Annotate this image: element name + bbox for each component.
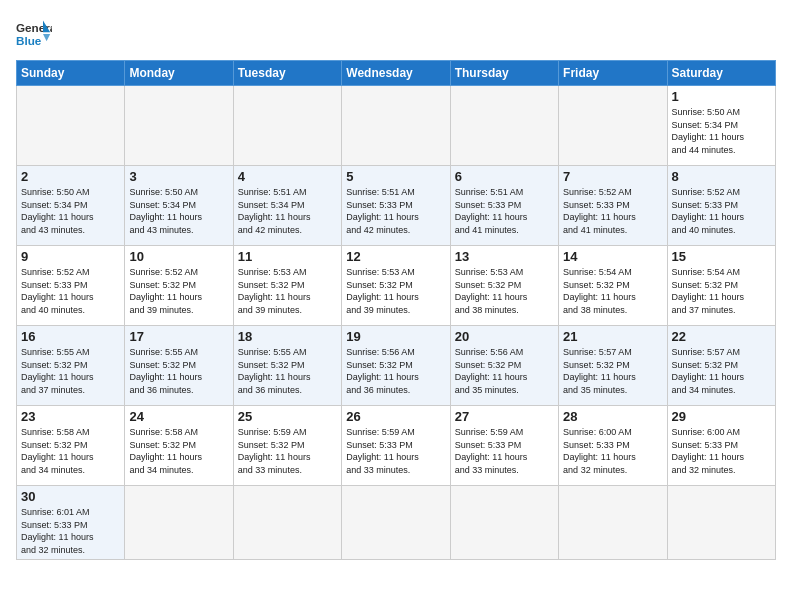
day-info: Sunrise: 5:55 AM Sunset: 5:32 PM Dayligh… (21, 347, 94, 395)
day-number: 28 (563, 409, 662, 424)
calendar-day-19: 19Sunrise: 5:56 AM Sunset: 5:32 PM Dayli… (342, 326, 450, 406)
day-info: Sunrise: 5:54 AM Sunset: 5:32 PM Dayligh… (672, 267, 745, 315)
day-number: 9 (21, 249, 120, 264)
day-info: Sunrise: 5:52 AM Sunset: 5:32 PM Dayligh… (129, 267, 202, 315)
day-number: 10 (129, 249, 228, 264)
day-number: 4 (238, 169, 337, 184)
day-info: Sunrise: 6:00 AM Sunset: 5:33 PM Dayligh… (672, 427, 745, 475)
day-number: 12 (346, 249, 445, 264)
calendar-day-17: 17Sunrise: 5:55 AM Sunset: 5:32 PM Dayli… (125, 326, 233, 406)
day-info: Sunrise: 5:54 AM Sunset: 5:32 PM Dayligh… (563, 267, 636, 315)
day-info: Sunrise: 5:52 AM Sunset: 5:33 PM Dayligh… (672, 187, 745, 235)
calendar-day-24: 24Sunrise: 5:58 AM Sunset: 5:32 PM Dayli… (125, 406, 233, 486)
calendar-day-30: 30Sunrise: 6:01 AM Sunset: 5:33 PM Dayli… (17, 486, 125, 560)
day-number: 15 (672, 249, 771, 264)
day-info: Sunrise: 5:57 AM Sunset: 5:32 PM Dayligh… (563, 347, 636, 395)
day-info: Sunrise: 5:50 AM Sunset: 5:34 PM Dayligh… (129, 187, 202, 235)
calendar-week-row: 23Sunrise: 5:58 AM Sunset: 5:32 PM Dayli… (17, 406, 776, 486)
calendar-day-empty (233, 486, 341, 560)
calendar-day-11: 11Sunrise: 5:53 AM Sunset: 5:32 PM Dayli… (233, 246, 341, 326)
day-info: Sunrise: 5:50 AM Sunset: 5:34 PM Dayligh… (21, 187, 94, 235)
day-number: 5 (346, 169, 445, 184)
day-info: Sunrise: 6:00 AM Sunset: 5:33 PM Dayligh… (563, 427, 636, 475)
calendar-day-10: 10Sunrise: 5:52 AM Sunset: 5:32 PM Dayli… (125, 246, 233, 326)
calendar-body: 1Sunrise: 5:50 AM Sunset: 5:34 PM Daylig… (17, 86, 776, 560)
day-number: 6 (455, 169, 554, 184)
weekday-header-row: SundayMondayTuesdayWednesdayThursdayFrid… (17, 61, 776, 86)
day-info: Sunrise: 5:51 AM Sunset: 5:34 PM Dayligh… (238, 187, 311, 235)
day-info: Sunrise: 5:53 AM Sunset: 5:32 PM Dayligh… (346, 267, 419, 315)
calendar-header: SundayMondayTuesdayWednesdayThursdayFrid… (17, 61, 776, 86)
day-info: Sunrise: 5:55 AM Sunset: 5:32 PM Dayligh… (238, 347, 311, 395)
weekday-header-thursday: Thursday (450, 61, 558, 86)
day-number: 21 (563, 329, 662, 344)
calendar-day-3: 3Sunrise: 5:50 AM Sunset: 5:34 PM Daylig… (125, 166, 233, 246)
calendar-day-23: 23Sunrise: 5:58 AM Sunset: 5:32 PM Dayli… (17, 406, 125, 486)
day-info: Sunrise: 5:53 AM Sunset: 5:32 PM Dayligh… (455, 267, 528, 315)
day-number: 30 (21, 489, 120, 504)
calendar-day-empty (342, 486, 450, 560)
calendar-day-empty (125, 486, 233, 560)
day-info: Sunrise: 5:50 AM Sunset: 5:34 PM Dayligh… (672, 107, 745, 155)
weekday-header-monday: Monday (125, 61, 233, 86)
day-number: 14 (563, 249, 662, 264)
calendar-day-empty (125, 86, 233, 166)
day-info: Sunrise: 5:59 AM Sunset: 5:32 PM Dayligh… (238, 427, 311, 475)
calendar-day-21: 21Sunrise: 5:57 AM Sunset: 5:32 PM Dayli… (559, 326, 667, 406)
calendar-day-empty (17, 86, 125, 166)
day-info: Sunrise: 5:52 AM Sunset: 5:33 PM Dayligh… (563, 187, 636, 235)
day-info: Sunrise: 5:58 AM Sunset: 5:32 PM Dayligh… (21, 427, 94, 475)
day-info: Sunrise: 5:55 AM Sunset: 5:32 PM Dayligh… (129, 347, 202, 395)
day-info: Sunrise: 5:51 AM Sunset: 5:33 PM Dayligh… (346, 187, 419, 235)
calendar-day-18: 18Sunrise: 5:55 AM Sunset: 5:32 PM Dayli… (233, 326, 341, 406)
day-number: 11 (238, 249, 337, 264)
day-info: Sunrise: 5:57 AM Sunset: 5:32 PM Dayligh… (672, 347, 745, 395)
weekday-header-saturday: Saturday (667, 61, 775, 86)
day-number: 2 (21, 169, 120, 184)
calendar-table: SundayMondayTuesdayWednesdayThursdayFrid… (16, 60, 776, 560)
svg-marker-3 (43, 34, 50, 41)
weekday-header-sunday: Sunday (17, 61, 125, 86)
weekday-header-friday: Friday (559, 61, 667, 86)
weekday-header-wednesday: Wednesday (342, 61, 450, 86)
page-header: General Blue (16, 16, 776, 52)
logo: General Blue (16, 16, 52, 52)
calendar-day-empty (233, 86, 341, 166)
day-number: 23 (21, 409, 120, 424)
calendar-day-16: 16Sunrise: 5:55 AM Sunset: 5:32 PM Dayli… (17, 326, 125, 406)
calendar-day-1: 1Sunrise: 5:50 AM Sunset: 5:34 PM Daylig… (667, 86, 775, 166)
day-info: Sunrise: 5:56 AM Sunset: 5:32 PM Dayligh… (346, 347, 419, 395)
calendar-day-13: 13Sunrise: 5:53 AM Sunset: 5:32 PM Dayli… (450, 246, 558, 326)
calendar-day-empty (667, 486, 775, 560)
calendar-day-29: 29Sunrise: 6:00 AM Sunset: 5:33 PM Dayli… (667, 406, 775, 486)
day-number: 3 (129, 169, 228, 184)
calendar-week-row: 1Sunrise: 5:50 AM Sunset: 5:34 PM Daylig… (17, 86, 776, 166)
day-number: 19 (346, 329, 445, 344)
day-number: 26 (346, 409, 445, 424)
day-info: Sunrise: 5:58 AM Sunset: 5:32 PM Dayligh… (129, 427, 202, 475)
calendar-day-22: 22Sunrise: 5:57 AM Sunset: 5:32 PM Dayli… (667, 326, 775, 406)
calendar-day-empty (559, 486, 667, 560)
day-info: Sunrise: 5:51 AM Sunset: 5:33 PM Dayligh… (455, 187, 528, 235)
day-number: 18 (238, 329, 337, 344)
day-info: Sunrise: 6:01 AM Sunset: 5:33 PM Dayligh… (21, 507, 94, 555)
calendar-day-empty (450, 486, 558, 560)
calendar-week-row: 2Sunrise: 5:50 AM Sunset: 5:34 PM Daylig… (17, 166, 776, 246)
calendar-day-14: 14Sunrise: 5:54 AM Sunset: 5:32 PM Dayli… (559, 246, 667, 326)
calendar-day-empty (450, 86, 558, 166)
day-number: 13 (455, 249, 554, 264)
calendar-week-row: 30Sunrise: 6:01 AM Sunset: 5:33 PM Dayli… (17, 486, 776, 560)
calendar-day-empty (342, 86, 450, 166)
day-number: 20 (455, 329, 554, 344)
calendar-day-25: 25Sunrise: 5:59 AM Sunset: 5:32 PM Dayli… (233, 406, 341, 486)
day-number: 16 (21, 329, 120, 344)
day-number: 27 (455, 409, 554, 424)
day-number: 8 (672, 169, 771, 184)
calendar-day-6: 6Sunrise: 5:51 AM Sunset: 5:33 PM Daylig… (450, 166, 558, 246)
calendar-day-8: 8Sunrise: 5:52 AM Sunset: 5:33 PM Daylig… (667, 166, 775, 246)
calendar-day-12: 12Sunrise: 5:53 AM Sunset: 5:32 PM Dayli… (342, 246, 450, 326)
logo-icon: General Blue (16, 16, 52, 52)
calendar-day-empty (559, 86, 667, 166)
svg-text:Blue: Blue (16, 34, 42, 47)
calendar-day-5: 5Sunrise: 5:51 AM Sunset: 5:33 PM Daylig… (342, 166, 450, 246)
